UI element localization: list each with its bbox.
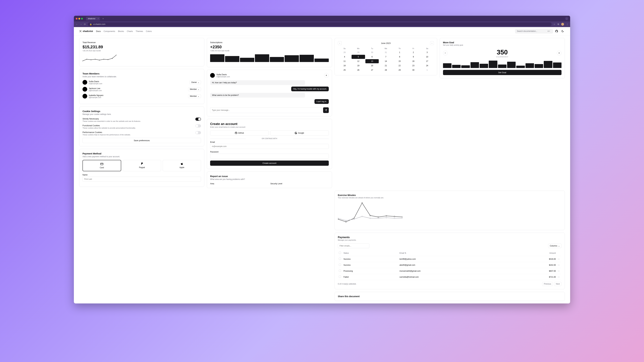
cookie-toggle[interactable] <box>195 118 201 121</box>
send-button[interactable] <box>323 107 329 113</box>
row-actions-button[interactable]: ⋯ <box>557 262 562 268</box>
theme-toggle-icon[interactable] <box>560 29 565 33</box>
cal-day[interactable]: 21 <box>379 64 392 68</box>
row-checkbox[interactable] <box>339 270 341 272</box>
back-button[interactable]: ← <box>76 23 78 26</box>
save-preferences-button[interactable]: Save preferences <box>82 138 201 143</box>
previous-button[interactable]: Previous <box>542 282 553 286</box>
row-actions-button[interactable]: ⋯ <box>557 274 562 280</box>
payment-tab-card[interactable]: Card <box>82 160 121 171</box>
row-actions-button[interactable]: ⋯ <box>557 256 562 262</box>
reload-button[interactable]: ⟳ <box>84 23 86 26</box>
role-button[interactable]: Member ⌄ <box>188 94 201 98</box>
profile-avatar[interactable] <box>561 23 564 26</box>
cal-prev-button[interactable]: ‹ <box>338 41 342 45</box>
cal-day[interactable]: 24 <box>420 64 434 68</box>
chat-input[interactable] <box>210 107 322 113</box>
address-bar[interactable]: 🔒 ui.shadcn.com <box>88 22 552 26</box>
google-button[interactable]: Google <box>270 130 329 135</box>
cal-day[interactable]: 26 <box>352 68 365 72</box>
cal-day[interactable]: 23 <box>407 64 420 68</box>
chevron-down-icon[interactable]: ⌄ <box>565 17 568 20</box>
cal-day[interactable]: 28 <box>338 50 352 55</box>
cal-day[interactable]: 27 <box>365 68 379 72</box>
set-goal-button[interactable]: Set Goal <box>443 70 562 75</box>
nav-components[interactable]: Components <box>104 30 115 33</box>
cal-day[interactable]: 10 <box>420 55 434 59</box>
search-input[interactable]: Search documentation... ⌘ K <box>515 29 553 33</box>
password-input[interactable] <box>210 154 328 159</box>
cal-day[interactable]: 5 <box>352 55 365 59</box>
cal-day[interactable]: 11 <box>338 59 352 63</box>
cal-day[interactable]: 15 <box>393 59 406 63</box>
cal-day[interactable]: 25 <box>338 68 352 72</box>
cal-day[interactable]: 19 <box>352 64 365 68</box>
email-header[interactable]: Email ⇅ <box>398 250 513 256</box>
payment-tab-apple[interactable]: Apple <box>163 160 201 171</box>
browser-tab[interactable]: shadcn/ui × <box>86 17 100 21</box>
goal-decrease-button[interactable]: − <box>443 51 448 55</box>
cal-day[interactable]: 17 <box>420 59 434 63</box>
cal-day[interactable]: 18 <box>338 64 352 68</box>
email-input[interactable] <box>210 144 328 149</box>
cal-day[interactable]: 31 <box>379 50 392 55</box>
cal-day[interactable]: 9 <box>407 55 420 59</box>
nav-colors[interactable]: Colors <box>146 30 152 33</box>
maximize-window-icon[interactable] <box>81 18 83 20</box>
cal-day[interactable]: 4 <box>338 55 352 59</box>
minimize-window-icon[interactable] <box>78 18 80 20</box>
cookie-toggle[interactable] <box>195 131 201 134</box>
cal-day[interactable]: 13 <box>365 59 379 63</box>
nav-blocks[interactable]: Blocks <box>118 30 124 33</box>
close-tab-icon[interactable]: × <box>98 18 99 20</box>
create-account-button[interactable]: Create account <box>210 160 328 166</box>
github-button[interactable]: GitHub <box>210 130 268 135</box>
cal-day[interactable]: 29 <box>352 50 365 55</box>
cal-day[interactable]: 28 <box>379 68 392 72</box>
new-tab-button[interactable]: + <box>101 17 105 20</box>
nav-charts[interactable]: Charts <box>127 30 133 33</box>
select-all-checkbox[interactable] <box>339 252 341 254</box>
cal-day[interactable]: 1 <box>420 68 434 72</box>
nav-themes[interactable]: Themes <box>136 30 143 33</box>
cal-day[interactable]: 7 <box>379 55 392 59</box>
menu-icon[interactable]: ⋮ <box>566 23 568 26</box>
cal-day[interactable]: 1 <box>393 50 406 55</box>
extensions-icon[interactable]: ⧉ <box>558 23 559 26</box>
role-button[interactable]: Owner ⌄ <box>190 80 201 84</box>
role-button[interactable]: Member ⌄ <box>188 87 201 91</box>
cal-day[interactable]: 29 <box>393 68 406 72</box>
row-checkbox[interactable] <box>339 264 341 266</box>
cal-day[interactable]: 3 <box>420 50 434 55</box>
filter-emails-input[interactable] <box>338 244 369 248</box>
add-chat-button[interactable]: + <box>324 73 329 78</box>
forward-button[interactable]: → <box>80 23 82 26</box>
github-icon[interactable] <box>554 29 559 33</box>
cal-day[interactable]: 20 <box>365 64 379 68</box>
status-header[interactable]: Status <box>342 250 398 256</box>
cookie-toggle[interactable] <box>195 124 201 127</box>
payment-tab-paypal[interactable]: Paypal <box>123 160 161 171</box>
columns-button[interactable]: Columns⌄ <box>548 244 562 248</box>
amount-header[interactable]: Amount <box>513 250 557 256</box>
cal-day[interactable]: 16 <box>407 59 420 63</box>
cal-day[interactable]: 14 <box>379 59 392 63</box>
goal-increase-button[interactable]: + <box>557 51 562 55</box>
cal-day[interactable]: 30 <box>407 68 420 72</box>
star-icon[interactable]: ☆ <box>554 23 555 26</box>
next-button[interactable]: Next <box>554 282 562 286</box>
logo[interactable]: shadcn/ui <box>79 30 93 33</box>
cal-day[interactable]: 30 <box>365 50 379 55</box>
name-input[interactable] <box>82 176 201 182</box>
row-checkbox[interactable] <box>339 276 341 278</box>
row-checkbox[interactable] <box>339 258 341 260</box>
cal-day[interactable]: 12 <box>352 59 365 63</box>
row-actions-button[interactable]: ⋯ <box>557 268 562 274</box>
cal-day[interactable]: 8 <box>393 55 406 59</box>
cal-day[interactable]: 6 <box>365 55 379 59</box>
cal-day[interactable]: 2 <box>407 50 420 55</box>
cal-day[interactable]: 22 <box>393 64 406 68</box>
nav-docs[interactable]: Docs <box>96 30 101 33</box>
close-window-icon[interactable] <box>76 18 78 20</box>
cal-next-button[interactable]: › <box>430 41 434 45</box>
